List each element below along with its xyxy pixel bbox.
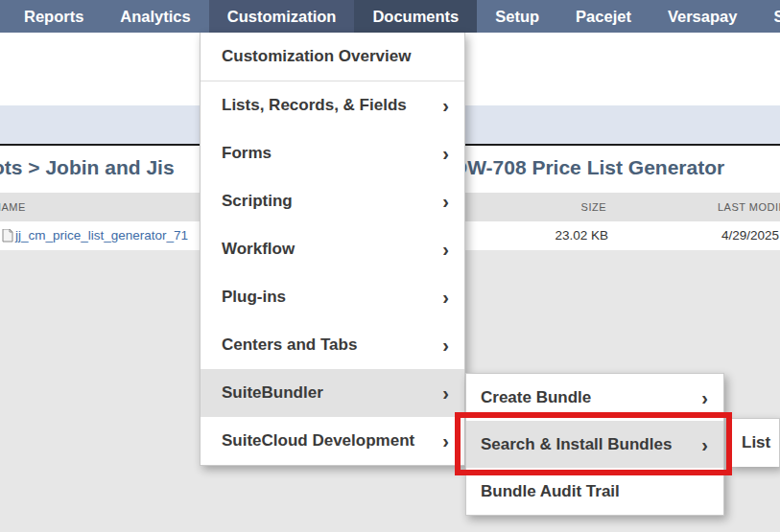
column-header-name: NAME: [0, 193, 26, 221]
menu-item-label: Plug-ins: [222, 288, 286, 307]
file-size-value: 23.02 KB: [480, 221, 608, 250]
menu-item-label: Lists, Records, & Fields: [222, 96, 407, 115]
menu-item-label: Centers and Tabs: [222, 335, 357, 355]
file-last-modified-value: 4/29/2025: [721, 221, 779, 250]
menu-item-plug-ins[interactable]: Plug-ins ›: [201, 273, 464, 321]
file-icon: [2, 229, 13, 243]
suitebundler-submenu: Create Bundle › Search & Install Bundles…: [465, 373, 724, 516]
nav-tab-analytics[interactable]: Analytics: [102, 0, 208, 33]
nav-tab-setup[interactable]: Setup: [477, 0, 557, 33]
nav-tab-reports[interactable]: Reports: [6, 0, 102, 33]
breadcrumb-title-right: DW-708 Price List Generator: [453, 156, 724, 179]
menu-item-label: Scripting: [222, 192, 293, 211]
nav-tab-documents[interactable]: Documents: [354, 0, 477, 33]
menu-item-label: Forms: [222, 144, 272, 163]
nav-tab-customization[interactable]: Customization: [209, 0, 355, 33]
chevron-right-icon: ›: [431, 192, 449, 211]
menu-item-bundle-audit-trail[interactable]: Bundle Audit Trail: [466, 468, 723, 515]
menu-item-suitecloud-development[interactable]: SuiteCloud Development ›: [201, 417, 464, 465]
chevron-right-icon: ›: [431, 96, 449, 115]
menu-item-customization-overview[interactable]: Customization Overview: [201, 33, 464, 81]
menu-item-label: Workflow: [222, 240, 295, 259]
chevron-right-icon: ›: [431, 431, 449, 451]
chevron-right-icon: ›: [690, 388, 708, 407]
column-header-size: SIZE: [480, 193, 606, 221]
chevron-right-icon: ›: [431, 288, 449, 307]
nav-tab-versapay[interactable]: Versapay: [650, 0, 755, 33]
breadcrumb-title-left: ots > Jobin and Jis: [0, 156, 175, 179]
menu-item-search-install-bundles[interactable]: Search & Install Bundles ›: [466, 421, 723, 468]
screenshot-root: ots > Jobin and Jis DW-708 Price List Ge…: [0, 0, 780, 532]
chevron-right-icon: ›: [690, 435, 708, 454]
nav-tab-suite-clipped[interactable]: Suit: [755, 0, 780, 33]
top-navbar: Reports Analytics Customization Document…: [0, 0, 780, 33]
file-name-link[interactable]: jj_cm_price_list_generator_71: [15, 221, 188, 250]
menu-item-forms[interactable]: Forms ›: [201, 129, 464, 177]
menu-item-workflow[interactable]: Workflow ›: [201, 225, 464, 273]
menu-item-create-bundle[interactable]: Create Bundle ›: [466, 374, 723, 421]
nav-tab-pacejet[interactable]: Pacejet: [557, 0, 650, 33]
chevron-right-icon: ›: [431, 144, 449, 163]
chevron-right-icon: ›: [431, 240, 449, 259]
menu-item-scripting[interactable]: Scripting ›: [201, 177, 464, 225]
customization-dropdown-menu: Customization Overview Lists, Records, &…: [200, 33, 465, 466]
chevron-right-icon: ›: [431, 335, 449, 355]
menu-item-label: Create Bundle: [481, 388, 591, 407]
menu-item-label: Search & Install Bundles: [481, 435, 672, 454]
menu-item-label: SuiteCloud Development: [222, 431, 414, 451]
menu-item-label: Customization Overview: [222, 47, 411, 66]
menu-item-suitebundler[interactable]: SuiteBundler ›: [201, 369, 464, 417]
menu-item-label: SuiteBundler: [222, 383, 323, 403]
column-header-last-modified: LAST MODIFIED: [718, 193, 780, 221]
menu-item-list[interactable]: List: [729, 419, 779, 467]
menu-item-label: Bundle Audit Trail: [481, 482, 620, 501]
search-install-bundles-flyout: List: [728, 418, 780, 467]
menu-item-centers-and-tabs[interactable]: Centers and Tabs ›: [201, 321, 464, 369]
chevron-right-icon: ›: [431, 383, 449, 403]
menu-item-lists-records-fields[interactable]: Lists, Records, & Fields ›: [201, 81, 464, 129]
